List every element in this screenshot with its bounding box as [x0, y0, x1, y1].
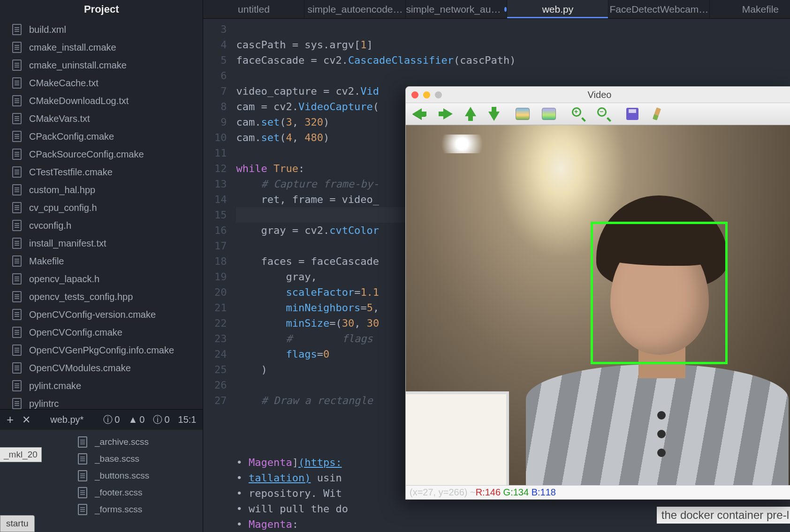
warning-count[interactable]: ▲ 0	[128, 414, 144, 425]
status-filename[interactable]: web.py*	[50, 414, 84, 425]
file-name: CTestTestfile.cmake	[29, 167, 113, 178]
picture-icon[interactable]	[516, 108, 530, 120]
file-name: pylint.cmake	[29, 381, 81, 391]
editor-tab[interactable]: web.py	[507, 0, 608, 18]
file-item[interactable]: _buttons.scss	[70, 467, 203, 484]
file-icon	[12, 220, 22, 231]
file-icon	[12, 345, 22, 356]
picture-zoom-icon[interactable]	[542, 108, 556, 120]
file-icon	[12, 327, 22, 338]
file-icon	[12, 60, 22, 71]
file-item[interactable]: OpenCVModules.cmake	[0, 359, 203, 377]
video-title: Video	[406, 90, 790, 100]
file-name: CMakeDownloadLog.txt	[29, 96, 129, 106]
info-count[interactable]: ⓘ 0	[153, 413, 169, 426]
laptop-shape	[406, 391, 509, 485]
new-file-icon[interactable]: +	[7, 412, 14, 427]
file-item[interactable]: cmake_uninstall.cmake	[0, 56, 203, 74]
file-item[interactable]: _base.scss	[70, 450, 203, 467]
file-name: opencv_lapack.h	[29, 274, 99, 285]
zoom-in-icon[interactable]: +	[572, 107, 585, 120]
file-name: cvconfig.h	[29, 220, 71, 231]
file-name: CMakeVars.txt	[29, 113, 90, 124]
file-name: custom_hal.hpp	[29, 185, 95, 195]
editor-tab[interactable]: Makefile	[710, 0, 790, 18]
file-item[interactable]: pylintrc	[0, 395, 203, 409]
close-file-icon[interactable]: ✕	[22, 414, 30, 426]
file-icon	[78, 504, 87, 515]
editor-tab[interactable]: simple_autoencode…	[304, 0, 406, 18]
cursor-position[interactable]: 15:1	[178, 414, 197, 425]
file-item[interactable]: pylint.cmake	[0, 377, 203, 395]
file-name: _archive.scss	[95, 437, 149, 447]
file-item[interactable]: CPackConfig.cmake	[0, 127, 203, 145]
nav-down-icon[interactable]	[488, 107, 500, 121]
modified-indicator-icon	[504, 7, 507, 12]
file-item[interactable]: CTestTestfile.cmake	[0, 163, 203, 181]
file-name: Makefile	[29, 256, 64, 267]
file-icon	[12, 309, 22, 320]
file-item[interactable]: OpenCVConfig-version.cmake	[0, 306, 203, 323]
file-item[interactable]: custom_hal.hpp	[0, 181, 203, 199]
editor-tab[interactable]: simple_network_au…	[406, 0, 507, 18]
file-item[interactable]: CPackSourceConfig.cmake	[0, 145, 203, 163]
file-icon	[12, 362, 22, 374]
file-name: CPackSourceConfig.cmake	[29, 149, 144, 160]
nav-left-icon[interactable]	[412, 107, 426, 121]
editor-tab[interactable]: untitled	[203, 0, 304, 18]
video-toolbar: + −	[406, 103, 790, 125]
nav-right-icon[interactable]	[439, 107, 453, 121]
editor-tab[interactable]: FaceDetectWebcam…	[608, 0, 710, 18]
status-bar: + ✕ web.py* ⓘ 0 ▲ 0 ⓘ 0 15:1	[0, 409, 203, 430]
pixel-b: B:118	[532, 487, 556, 498]
video-window[interactable]: Video + − (x=27,	[405, 86, 790, 500]
file-item[interactable]: _archive.scss	[70, 434, 203, 450]
file-name: opencv_tests_config.hpp	[29, 292, 133, 302]
file-icon	[12, 149, 22, 160]
video-titlebar[interactable]: Video	[406, 87, 790, 103]
editor-tabs: untitledsimple_autoencode…simple_network…	[203, 0, 790, 19]
file-item[interactable]: cmake_install.cmake	[0, 38, 203, 56]
brush-icon[interactable]	[653, 107, 661, 120]
file-name: cmake_install.cmake	[29, 42, 116, 53]
file-item[interactable]: cv_cpu_config.h	[0, 199, 203, 217]
file-icon	[12, 202, 22, 213]
file-icon	[12, 113, 22, 124]
tab-label: FaceDetectWebcam…	[610, 4, 709, 15]
file-item[interactable]: cvconfig.h	[0, 217, 203, 234]
file-icon	[12, 380, 22, 391]
file-item[interactable]: CMakeCache.txt	[0, 74, 203, 92]
file-icon	[12, 273, 22, 285]
file-icon	[12, 255, 22, 267]
file-item[interactable]: _footer.scss	[70, 484, 203, 501]
file-item[interactable]: opencv_tests_config.hpp	[0, 288, 203, 306]
file-icon	[12, 131, 22, 142]
file-item[interactable]: CMakeVars.txt	[0, 110, 203, 127]
tab-label: untitled	[238, 4, 270, 15]
background-tab-startup[interactable]: startu	[0, 515, 35, 532]
file-icon	[12, 24, 22, 35]
nav-up-icon[interactable]	[465, 107, 476, 121]
background-tab-mkl[interactable]: _mkl_20	[0, 447, 42, 462]
file-item[interactable]: build.xml	[0, 21, 203, 38]
pixel-g: G:134	[503, 487, 529, 498]
file-item[interactable]: OpenCVGenPkgConfig.info.cmake	[0, 341, 203, 359]
file-icon	[78, 487, 87, 498]
file-item[interactable]: _forms.scss	[70, 501, 203, 518]
save-icon[interactable]	[626, 108, 638, 120]
file-item[interactable]: OpenCVConfig.cmake	[0, 323, 203, 341]
file-name: OpenCVConfig.cmake	[29, 327, 122, 338]
background-text: the docker container pre-l	[657, 507, 790, 524]
file-item[interactable]: opencv_lapack.h	[0, 270, 203, 288]
line-gutter: 3456789101112131415161718192021222324252…	[203, 22, 236, 455]
zoom-out-icon[interactable]: −	[597, 107, 610, 120]
error-count[interactable]: ⓘ 0	[103, 413, 120, 426]
sidebar-header: Project	[0, 0, 203, 19]
file-icon	[12, 238, 22, 249]
file-item[interactable]: Makefile	[0, 252, 203, 270]
file-item[interactable]: CMakeDownloadLog.txt	[0, 92, 203, 110]
pixel-coords: (x=27, y=266) ~	[410, 487, 476, 498]
file-icon	[12, 166, 22, 178]
file-item[interactable]: install_manifest.txt	[0, 234, 203, 252]
file-icon	[12, 184, 22, 195]
